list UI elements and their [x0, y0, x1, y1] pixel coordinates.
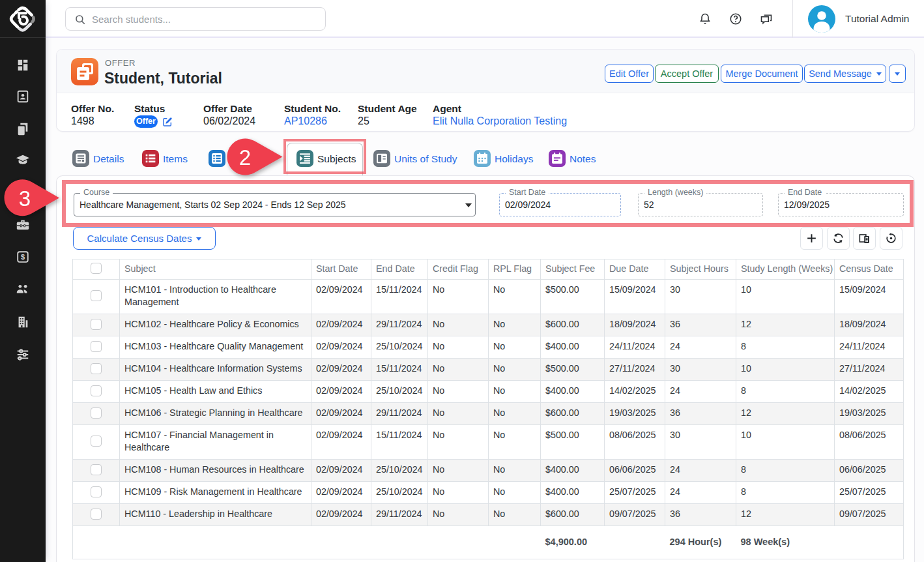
svg-text:$: $ [21, 253, 25, 261]
svg-text:2: 2 [239, 145, 251, 170]
svg-text:3: 3 [19, 186, 31, 211]
